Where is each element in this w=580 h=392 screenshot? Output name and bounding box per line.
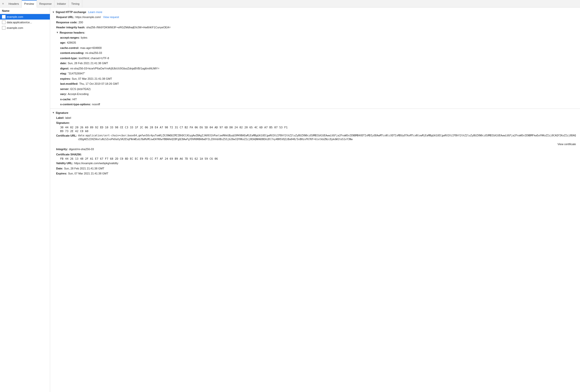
sidebar-item-example-com-2[interactable]: example.com [0, 25, 50, 31]
sig-signature-label: Signature: [56, 121, 70, 125]
response-code-row: Response code: 200 [50, 20, 580, 25]
response-code-value: 200 [78, 20, 83, 25]
cert-sha256-label: Certificate SHA256: [56, 152, 82, 157]
sidebar-item-label-2: data:application/ce... [7, 21, 32, 24]
response-header-row: etag:"3147526947" [50, 71, 580, 76]
response-header-label: x-content-type-options: [60, 102, 91, 107]
file-icon-1 [2, 15, 6, 19]
response-header-label: x-cache: [60, 97, 71, 102]
response-header-value: mi-sha256-03 [85, 51, 102, 55]
sig-signature-row: Signature: [50, 120, 580, 126]
response-header-row: expires:Sun, 07 Mar 2021 21:41:38 GMT [50, 76, 580, 81]
sig-label-label: Label: [56, 116, 64, 120]
request-url-label: Request URL: [56, 15, 74, 19]
response-header-label: content-encoding: [60, 51, 84, 55]
cert-url-label: Certificate URL: [56, 134, 77, 138]
tab-preview[interactable]: Preview [22, 0, 37, 8]
integrity-label: Integrity: [56, 147, 68, 151]
sidebar: Name example.com data:application/ce... … [0, 8, 50, 392]
sidebar-item-example-com-1[interactable]: example.com [0, 14, 50, 20]
tab-initiator[interactable]: Initiator [54, 0, 69, 8]
response-header-value: mi-sha256-03=kcwVP6aOwYmA/j9JbUU0GbuiZdn… [70, 66, 159, 71]
request-url-row: Request URL: https://example.com/ View r… [50, 15, 580, 20]
response-header-label: accept-ranges: [60, 36, 80, 40]
sidebar-header: Name [0, 8, 50, 14]
tab-response[interactable]: Response [37, 0, 55, 8]
sig-date-value: Sun, 28 Feb 2021 21:41:38 GMT [64, 166, 105, 171]
validity-url-row: Validity URL: https://example.com/webpkg… [50, 161, 580, 166]
response-header-row: accept-ranges:bytes [50, 35, 580, 40]
response-header-label: etag: [60, 71, 67, 76]
sig-date-row: Date: Sun, 28 Feb 2021 21:41:38 GMT [50, 166, 580, 171]
header-integrity-value: sha256-/IWdYDKW663F+eRGZMdhwjEhIJW+Hw6hK… [86, 25, 171, 30]
response-header-value: HIT [72, 97, 77, 102]
response-header-row: x-content-type-options:nosniff [50, 102, 580, 107]
header-integrity-row: Header integrity hash: sha256-/IWdYDKW66… [50, 25, 580, 30]
sig-expires-row: Expires: Sun, 07 Mar 2021 21:41:38 GMT [50, 171, 580, 176]
response-header-label: content-type: [60, 56, 78, 60]
tab-timing[interactable]: Timing [69, 0, 82, 8]
response-header-value: Sun, 28 Feb 2021 21:41:38 GMT [68, 61, 108, 65]
validity-url-label: Validity URL: [56, 161, 73, 165]
signature-header[interactable]: ▼ Signature [50, 110, 580, 115]
cert-sha256-value: FB 44 26 13 48 2F A1 E7 67 F7 68 2D C0 8… [50, 157, 580, 161]
sidebar-item-data-app[interactable]: data:application/ce... [0, 20, 50, 25]
integrity-row: Integrity: digest/mi-sha256-03 [50, 147, 580, 152]
response-header-row: content-type:text/html; charset=UTF-8 [50, 56, 580, 61]
signed-exchange-header[interactable]: ▼ Signed HTTP exchange Learn more [50, 10, 580, 15]
cert-url-row: Certificate URL: data:application/cert-c… [50, 133, 580, 142]
response-header-label: date: [60, 61, 67, 65]
response-headers-triangle: ▼ [56, 31, 59, 34]
signature-title: Signature [56, 111, 68, 114]
sig-hex-2: B9 73 2E 42 C0 A0 [50, 129, 580, 133]
divider-1 [50, 109, 580, 109]
response-header-row: date:Sun, 28 Feb 2021 21:41:38 GMT [50, 61, 580, 66]
response-header-row: last-modified:Thu, 17 Oct 2019 07:18:26 … [50, 81, 580, 86]
sidebar-item-label-3: example.com [7, 26, 23, 29]
learn-more-link[interactable]: Learn more [88, 11, 102, 14]
view-request-link[interactable]: View request [103, 16, 119, 19]
file-icon-2 [2, 21, 6, 24]
response-header-row: server:ECS (dcb/7EA2) [50, 86, 580, 92]
request-url-text: https://example.com/ [75, 16, 101, 19]
response-header-row: cache-control:max-age=604800 [50, 45, 580, 51]
tab-headers[interactable]: Headers [6, 0, 22, 8]
response-code-label: Response code: [56, 20, 77, 25]
response-headers-title: Response headers: [60, 31, 85, 34]
response-header-row: x-cache:HIT [50, 97, 580, 102]
response-header-row: digest:mi-sha256-03=kcwVP6aOwYmA/j9JbUU0… [50, 66, 580, 71]
response-header-value: text/html; charset=UTF-8 [79, 56, 109, 60]
integrity-value: digest/mi-sha256-03 [69, 147, 94, 151]
request-url-value: https://example.com/ View request [75, 15, 119, 19]
response-header-label: server: [60, 87, 69, 91]
response-header-value: Sun, 07 Mar 2021 21:41:38 GMT [72, 77, 112, 81]
response-header-value: nosniff [92, 102, 100, 107]
header-integrity-label: Header integrity hash: [56, 25, 85, 30]
response-header-label: last-modified: [60, 82, 78, 86]
response-header-row: content-encoding:mi-sha256-03 [50, 50, 580, 56]
sig-label-row: Label: label [50, 115, 580, 121]
sig-label-value: label [65, 116, 71, 120]
sig-hex-1: 30 44 02 20 26 A9 89 92 ED 10 33 98 CE C… [50, 126, 580, 129]
sig-expires-label: Expires: [56, 171, 67, 176]
response-headers-container: accept-ranges:bytesage:428635cache-contr… [50, 35, 580, 107]
signature-triangle: ▼ [52, 111, 55, 114]
view-cert-row: View certificate [50, 142, 580, 147]
response-headers-header[interactable]: ▼ Response headers: [50, 30, 580, 35]
content-panel: ▼ Signed HTTP exchange Learn more Reques… [50, 8, 580, 392]
response-header-label: expires: [60, 77, 71, 81]
response-header-label: cache-control: [60, 46, 79, 50]
file-icon-3 [2, 26, 6, 30]
response-header-value: ECS (dcb/7EA2) [70, 87, 91, 91]
response-header-value: max-age=604800 [80, 46, 102, 50]
cert-sha256-row: Certificate SHA256: [50, 152, 580, 157]
triangle-icon: ▼ [52, 11, 55, 14]
response-header-value: "3147526947" [68, 71, 85, 76]
signed-exchange-title: Signed HTTP exchange [56, 11, 86, 14]
response-header-row: age:428635 [50, 40, 580, 45]
view-certificate-link[interactable]: View certificate [557, 142, 576, 146]
response-header-label: digest: [60, 66, 69, 71]
response-header-label: age: [60, 41, 66, 45]
sig-expires-value: Sun, 07 Mar 2021 21:41:38 GMT [68, 171, 108, 176]
tab-close-button[interactable]: × [1, 2, 5, 6]
